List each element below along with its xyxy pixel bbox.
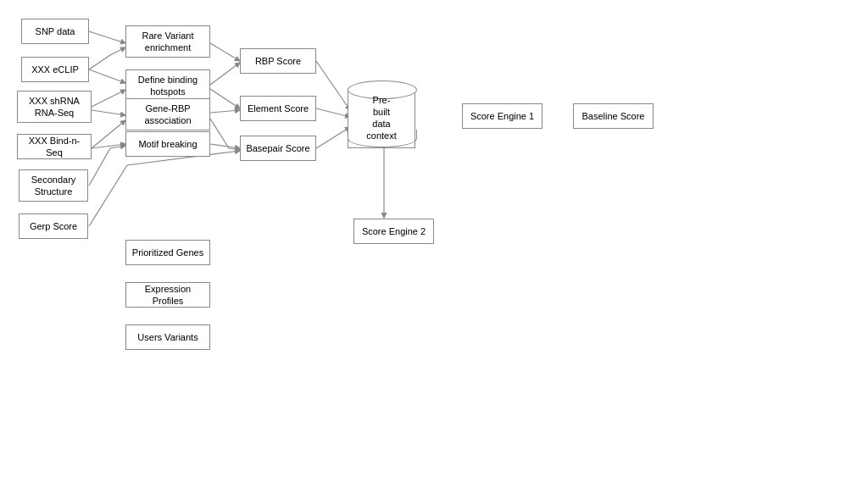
define-binding-box: Define binding hotspots	[125, 69, 210, 102]
expression-profiles-box: Expression Profiles	[125, 282, 210, 308]
motif-breaking-box: Motif breaking	[125, 131, 210, 157]
rbp-score-box: RBP Score	[240, 48, 316, 74]
prioritized-genes-box: Prioritized Genes	[125, 240, 210, 265]
xxx-bind-box: XXX Bind-n-Seq	[17, 134, 92, 159]
xxx-shrna-box: XXX shRNA RNA-Seq	[17, 91, 92, 123]
prebuilt-data-cylinder: Pre-built data context	[348, 85, 415, 152]
baseline-score-box: Baseline Score	[573, 103, 654, 129]
basepair-score-box: Basepair Score	[240, 136, 316, 161]
score-engine1-box: Score Engine 1	[462, 103, 542, 129]
score-engine2-box: Score Engine 2	[353, 219, 434, 244]
gene-rbp-box: Gene-RBP association	[125, 98, 210, 130]
rare-variant-box: Rare Variant enrichment	[125, 25, 210, 58]
diagram-container: SNP data XXX eCLIP XXX shRNA RNA-Seq XXX…	[0, 0, 868, 488]
xxx-eclip-box: XXX eCLIP	[21, 57, 89, 82]
secondary-box: Secondary Structure	[19, 169, 88, 202]
element-score-box: Element Score	[240, 96, 316, 121]
gerp-box: Gerp Score	[19, 214, 88, 239]
snp-data-box: SNP data	[21, 19, 89, 44]
users-variants-box: Users Variants	[125, 324, 210, 350]
